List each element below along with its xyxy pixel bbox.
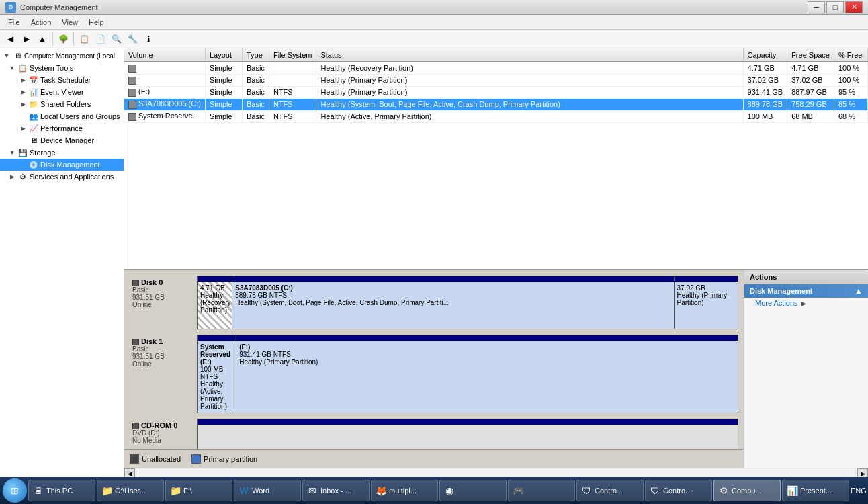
tree-system-tools[interactable]: ▼ 📋 System Tools xyxy=(0,62,124,74)
tree-device-manager[interactable]: 🖥 Device Manager xyxy=(0,134,124,146)
start-button[interactable]: ⊞ xyxy=(3,478,27,503)
taskbar-explorer-c[interactable]: 📁 C:\User... xyxy=(97,480,164,501)
table-row[interactable]: (F:)SimpleBasicNTFSHealthy (Primary Part… xyxy=(124,86,868,98)
taskbar-explorer-f[interactable]: 📁 F:\ xyxy=(165,480,232,501)
table-row[interactable]: SimpleBasicHealthy (Recovery Partition)4… xyxy=(124,62,868,74)
tree-disk-management[interactable]: 💿 Disk Management xyxy=(0,159,124,171)
toolbar-up[interactable]: ▲ xyxy=(35,32,50,46)
taskbar-control2[interactable]: 🛡 Contro... xyxy=(645,480,712,501)
partition-d0p2[interactable]: S3A7083D005 (C:)889.78 GB NTFSHealthy (S… xyxy=(232,276,674,329)
partition-type-d0p2: Healthy (System, Boot, Page File, Active… xyxy=(235,299,670,306)
explorer-f-icon: 📁 xyxy=(170,485,181,496)
disk-title-disk1: Disk 1 xyxy=(132,337,194,345)
toolbar-btn1[interactable]: 📋 xyxy=(77,32,91,46)
taskbar-this-pc[interactable]: 🖥 This PC xyxy=(28,480,95,501)
disk-label-cdrom0: CD-ROM 0DVD (D:)No Media xyxy=(130,419,197,449)
table-row[interactable]: S3A7083D005 (C:)SimpleBasicNTFSHealthy (… xyxy=(124,98,868,110)
actions-disk-management-header[interactable]: Disk Management ▲ xyxy=(744,284,868,298)
maximize-button[interactable]: □ xyxy=(826,1,844,13)
disk-block-cdrom0: CD-ROM 0DVD (D:)No Media xyxy=(130,419,738,449)
col-capacity[interactable]: Capacity xyxy=(743,48,787,62)
menu-view[interactable]: View xyxy=(56,17,83,28)
taskbar-present[interactable]: 📊 Present... xyxy=(782,480,849,501)
event-viewer-expand: ▶ xyxy=(17,87,28,97)
partition-d1p1[interactable]: System Reserved (E:)100 MB NTFSHealthy (… xyxy=(198,335,236,413)
col-status[interactable]: Status xyxy=(316,48,743,62)
toolbar-btn5[interactable]: ℹ xyxy=(141,32,156,46)
disk-partitions-disk1: System Reserved (E:)100 MB NTFSHealthy (… xyxy=(197,335,738,413)
tree-storage-label: Storage xyxy=(30,149,56,157)
taskbar-app1[interactable]: 🎮 xyxy=(508,480,575,501)
table-row[interactable]: SimpleBasicHealthy (Primary Partition)37… xyxy=(124,74,868,86)
cell-layout: Simple xyxy=(205,110,242,122)
cell-capacity: 4.71 GB xyxy=(743,62,787,74)
partition-d0p3[interactable]: 37.02 GBHealthy (Primary Partition) xyxy=(675,276,738,329)
menu-action[interactable]: Action xyxy=(26,17,57,28)
col-layout[interactable]: Layout xyxy=(205,48,242,62)
toolbar-btn3[interactable]: 🔍 xyxy=(109,32,124,46)
cell-type: Basic xyxy=(242,74,269,86)
legend-primary-swatch xyxy=(191,454,201,464)
col-percentfree[interactable]: % Free xyxy=(834,48,868,62)
tree-storage[interactable]: ▼ 💾 Storage xyxy=(0,146,124,159)
partition-cdp1[interactable] xyxy=(198,419,738,449)
disk-label-disk0: Disk 0Basic931.51 GBOnline xyxy=(130,276,197,329)
partition-d0p1[interactable]: 4.71 GBHealthy (Recovery Partition) xyxy=(198,276,232,329)
services-icon: ⚙ xyxy=(17,171,28,182)
menu-file[interactable]: File xyxy=(3,17,26,28)
cell-capacity: 931.41 GB xyxy=(743,86,787,98)
partition-size-d0p2: 889.78 GB NTFS xyxy=(235,292,670,299)
taskbar-inbox[interactable]: ✉ Inbox - ... xyxy=(302,480,370,501)
taskbar-compu[interactable]: ⚙ Compu... xyxy=(713,480,781,501)
legend-bar: Unallocated Primary partition xyxy=(124,449,744,468)
cell-filesystem xyxy=(269,74,316,86)
tree-shared-folders[interactable]: ▶ 📁 Shared Folders xyxy=(0,98,124,110)
present-icon: 📊 xyxy=(787,485,797,496)
cell-volume: S3A7083D005 (C:) xyxy=(124,98,205,110)
disk-block-disk1: Disk 1Basic931.51 GBOnlineSystem Reserve… xyxy=(130,335,738,413)
compu-icon: ⚙ xyxy=(718,485,729,496)
toolbar-forward[interactable]: ▶ xyxy=(19,32,34,46)
window-title: Computer Management xyxy=(20,3,98,11)
disk-status-disk1: Online xyxy=(132,360,194,368)
partition-size-d1p2: 931.41 GB NTFS xyxy=(239,351,735,358)
tree-performance-label: Performance xyxy=(40,124,83,132)
toolbar-btn2[interactable]: 📄 xyxy=(93,32,107,46)
taskbar-firefox[interactable]: 🦊 multipl... xyxy=(371,480,438,501)
taskbar-control1[interactable]: 🛡 Contro... xyxy=(576,480,644,501)
tree-root[interactable]: ▼ 🖥 Computer Management (Local xyxy=(0,50,124,62)
taskbar-chrome[interactable]: ◉ xyxy=(439,480,507,501)
tree-event-viewer[interactable]: ▶ 📊 Event Viewer xyxy=(0,86,124,98)
close-button[interactable]: ✕ xyxy=(845,1,863,13)
taskbar-word[interactable]: W Word xyxy=(234,480,301,501)
cell-layout: Simple xyxy=(205,86,242,98)
actions-more-actions[interactable]: More Actions ▶ xyxy=(744,298,868,308)
taskbar-right: ENG 📶 🔊 11:33 PM 02-Nov-13 xyxy=(851,470,868,505)
col-volume[interactable]: Volume xyxy=(124,48,205,62)
table-row[interactable]: System Reserve...SimpleBasicNTFSHealthy … xyxy=(124,110,868,122)
tree-system-tools-label: System Tools xyxy=(30,64,73,72)
actions-panel: Actions Disk Management ▲ More Actions ▶ xyxy=(744,270,868,468)
tree-performance[interactable]: ▶ 📈 Performance xyxy=(0,122,124,134)
tree-task-scheduler[interactable]: ▶ 📅 Task Scheduler xyxy=(0,74,124,86)
partition-d1p2[interactable]: (F:)931.41 GB NTFSHealthy (Primary Parti… xyxy=(236,335,738,413)
chrome-icon: ◉ xyxy=(444,485,455,496)
toolbar-btn4[interactable]: 🔧 xyxy=(125,32,140,46)
app-icon: ⚙ xyxy=(5,2,16,13)
tree-local-users-groups[interactable]: 👥 Local Users and Groups xyxy=(0,110,124,122)
cell-filesystem: NTFS xyxy=(269,86,316,98)
cell-freespace: 887.97 GB xyxy=(787,86,834,98)
menu-help[interactable]: Help xyxy=(83,17,110,28)
disk-icon xyxy=(128,65,136,73)
col-filesystem[interactable]: File System xyxy=(269,48,316,62)
toolbar-show-hide-tree[interactable]: 🌳 xyxy=(56,32,71,46)
col-freespace[interactable]: Free Space xyxy=(787,48,834,62)
partition-size-d0p1: 4.71 GB xyxy=(200,284,229,292)
minimize-button[interactable]: ─ xyxy=(808,1,825,13)
col-type[interactable]: Type xyxy=(242,48,269,62)
tree-services-applications[interactable]: ▶ ⚙ Services and Applications xyxy=(0,171,124,183)
cell-capacity: 889.78 GB xyxy=(743,98,787,110)
title-bar: ⚙ Computer Management ─ □ ✕ xyxy=(0,0,868,15)
cell-filesystem: NTFS xyxy=(269,98,316,110)
toolbar-back[interactable]: ◀ xyxy=(3,32,17,46)
